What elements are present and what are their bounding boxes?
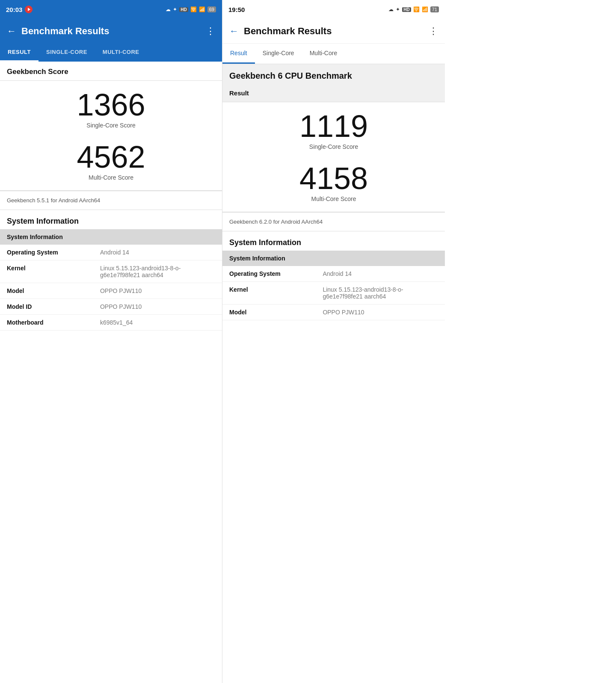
right-sys-info-heading: System Information [229,238,438,247]
right-multi-core-block: 4158 Multi-Core Score [222,154,445,207]
right-app-bar: ← Benchmark Results ⋮ [222,19,445,44]
right-multi-core-label: Multi-Core Score [229,195,438,202]
wifi-icon: 🛜 [190,6,197,12]
table-row: Model OPPO PJW110 [0,283,222,299]
left-tab-multi-core[interactable]: MULTI-CORE [95,44,147,62]
left-os-val: Android 14 [93,245,222,260]
left-version-text: Geekbench 5.5.1 for Android AArch64 [0,191,222,210]
left-kernel-val: Linux 5.15.123-android13-8-o-g6e1e7f98fe… [93,260,222,283]
signal-icon: 📶 [199,6,205,12]
right-kernel-key: Kernel [222,282,316,305]
right-tab-multi-core[interactable]: Multi-Core [302,44,345,64]
right-single-core-score: 1119 [229,111,438,142]
left-model-val: OPPO PJW110 [93,283,222,299]
right-battery: 71 [430,6,439,12]
right-os-key: Operating System [222,266,316,282]
left-multi-core-block: 4562 Multi-Core Score [0,133,222,185]
left-single-core-score: 1366 [7,89,215,120]
battery-left: 69 [207,6,216,12]
right-version-text: Geekbench 6.2.0 for Android AArch64 [222,212,445,231]
right-sys-info-table: System Information Operating System Andr… [222,251,445,320]
right-status-bar: 19:50 ☁ ✦ HD 🛜 📶 71 [222,0,445,19]
left-modelid-val: OPPO PJW110 [93,299,222,315]
right-bluetooth-icon: ✦ [396,6,400,12]
right-wifi-icon: 🛜 [413,6,420,12]
right-table-header-cell: System Information [222,251,445,266]
right-signal-icon: 📶 [422,6,428,12]
left-status-bar: 20:03 ☁ ✦ HD 🛜 📶 69 [0,0,222,19]
right-model-key: Model [222,305,316,320]
left-app-bar-title: Benchmark Results [21,26,201,37]
left-os-key: Operating System [0,245,93,260]
left-geekbench-title: Geekbench Score [7,68,215,76]
right-os-val: Android 14 [316,266,445,282]
table-row: Operating System Android 14 [222,266,445,282]
right-time: 19:50 [228,6,245,13]
right-hd-badge: HD [402,7,411,12]
left-table-header-row: System Information [0,229,222,245]
right-kernel-val: Linux 5.15.123-android13-8-o-g6e1e7f98fe… [316,282,445,305]
right-tab-single-core[interactable]: Single-Core [255,44,302,64]
table-row: Model OPPO PJW110 [222,305,445,320]
table-row: Model ID OPPO PJW110 [0,299,222,315]
left-single-core-block: 1366 Single-Core Score [0,81,222,133]
left-model-key: Model [0,283,93,299]
left-sys-info-heading: System Information [7,217,215,226]
table-row: Motherboard k6985v1_64 [0,315,222,331]
right-single-core-block: 1119 Single-Core Score [222,102,445,154]
left-back-button[interactable]: ← [7,26,16,37]
left-content: Geekbench Score 1366 Single-Core Score 4… [0,62,222,683]
left-more-button[interactable]: ⋮ [206,26,215,37]
left-single-core-label: Single-Core Score [7,122,215,129]
right-single-core-label: Single-Core Score [229,143,438,150]
left-status-icons: ☁ ✦ HD 🛜 📶 69 [166,6,216,12]
left-tab-single-core[interactable]: SINGLE-CORE [38,44,95,62]
hd-badge: HD [179,7,188,12]
left-multi-core-score: 4562 [7,142,215,172]
right-gb6-heading-block: Geekbench 6 CPU Benchmark [222,64,445,84]
left-time: 20:03 [6,6,22,13]
right-gb6-result-label: Result [222,84,445,102]
right-phone-panel: 19:50 ☁ ✦ HD 🛜 📶 71 ← Benchmark Results … [222,0,445,683]
right-back-button[interactable]: ← [229,26,239,37]
left-section-header: Geekbench Score [0,62,222,80]
left-motherboard-key: Motherboard [0,315,93,331]
right-content: Geekbench 6 CPU Benchmark Result 1119 Si… [222,64,445,683]
table-row: Kernel Linux 5.15.123-android13-8-o-g6e1… [0,260,222,283]
left-table-header-cell: System Information [0,229,222,245]
right-cloud-icon: ☁ [388,6,394,12]
cloud-icon: ☁ [166,6,171,12]
right-app-bar-title: Benchmark Results [244,26,424,37]
left-phone-panel: 20:03 ☁ ✦ HD 🛜 📶 69 ← Benchmark Results … [0,0,222,683]
right-gb6-heading: Geekbench 6 CPU Benchmark [229,71,438,81]
right-multi-core-score: 4158 [229,163,438,194]
table-row: Kernel Linux 5.15.123-android13-8-o-g6e1… [222,282,445,305]
left-app-bar: ← Benchmark Results ⋮ [0,19,222,44]
youtube-icon [25,6,33,13]
right-status-icons: ☁ ✦ HD 🛜 📶 71 [388,6,439,12]
left-modelid-key: Model ID [0,299,93,315]
left-tab-result[interactable]: RESULT [0,44,38,62]
right-model-val: OPPO PJW110 [316,305,445,320]
bluetooth-icon: ✦ [173,6,177,12]
left-kernel-key: Kernel [0,260,93,283]
right-tab-result[interactable]: Result [222,44,255,64]
left-multi-core-label: Multi-Core Score [7,174,215,181]
right-sys-info-section: System Information [222,231,445,251]
right-table-header-row: System Information [222,251,445,266]
right-more-button[interactable]: ⋮ [429,26,438,37]
left-sys-info-table: System Information Operating System Andr… [0,229,222,331]
right-tabs-bar: Result Single-Core Multi-Core [222,44,445,64]
left-sys-info-section: System Information [0,210,222,229]
table-row: Operating System Android 14 [0,245,222,260]
left-tabs-bar: RESULT SINGLE-CORE MULTI-CORE [0,44,222,62]
left-motherboard-val: k6985v1_64 [93,315,222,331]
